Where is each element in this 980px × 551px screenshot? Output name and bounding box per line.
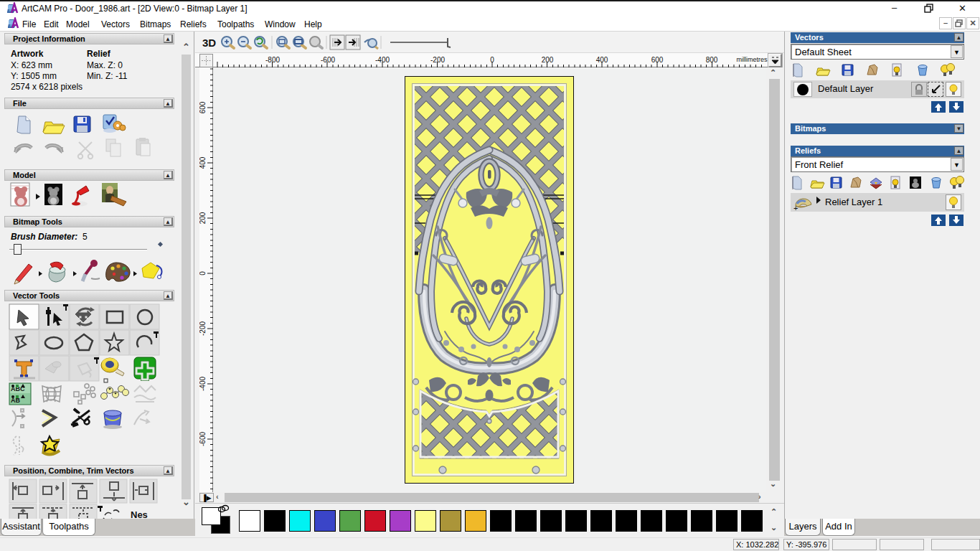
svg-text:200: 200 xyxy=(542,56,554,64)
svg-text:600: 600 xyxy=(199,101,207,113)
svg-text:+: + xyxy=(793,204,798,212)
svg-text:400: 400 xyxy=(199,156,207,169)
svg-text:-200: -200 xyxy=(430,56,445,64)
svg-text:0: 0 xyxy=(199,271,207,276)
svg-text:AB: AB xyxy=(11,397,20,404)
svg-text:-800: -800 xyxy=(265,56,280,64)
svg-text:-400: -400 xyxy=(199,377,207,391)
svg-text:-600: -600 xyxy=(321,56,335,64)
svg-text:200: 200 xyxy=(199,212,207,224)
svg-text:3D: 3D xyxy=(202,37,216,49)
svg-text:millimetres: millimetres xyxy=(736,56,768,63)
svg-text:-200: -200 xyxy=(199,321,207,336)
svg-text:Nes: Nes xyxy=(131,509,148,519)
svg-text:-600: -600 xyxy=(199,432,207,446)
